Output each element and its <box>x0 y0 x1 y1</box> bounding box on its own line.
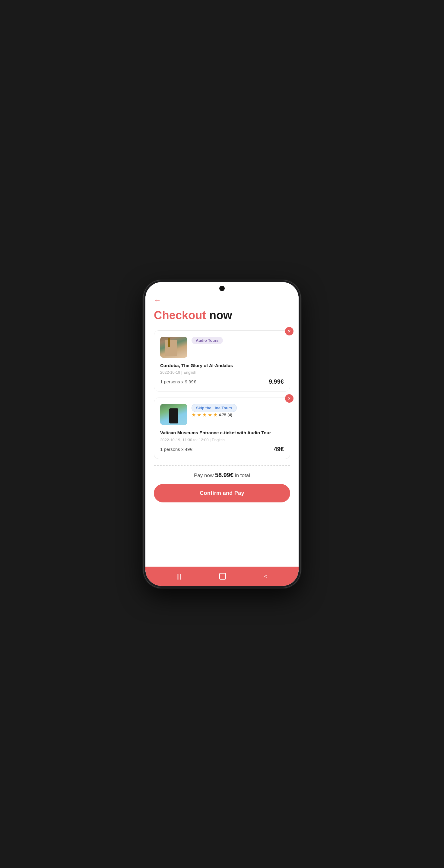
tour-thumbnail-1 <box>160 337 187 358</box>
price-total-1: 9.99€ <box>269 378 284 385</box>
card-top-2: Skip the Line Tours ★ ★ ★ ★ ★ 4.75 (4) <box>160 404 284 425</box>
cordoba-thumbnail <box>160 337 187 358</box>
star-3: ★ <box>202 412 207 418</box>
stars-row: ★ ★ ★ ★ ★ 4.75 (4) <box>191 412 284 418</box>
back-arrow-icon: ← <box>154 297 161 304</box>
camera-notch <box>219 286 225 291</box>
card-info-2: Skip the Line Tours ★ ★ ★ ★ ★ 4.75 (4) <box>191 404 284 420</box>
page-title: Checkout now <box>154 309 290 322</box>
star-2: ★ <box>197 412 201 418</box>
pay-amount: 58.99€ <box>215 472 233 478</box>
cart-item-2: × Skip the Line Tours ★ ★ ★ ★ ★ <box>154 398 290 459</box>
price-calc-2: 1 persons x 49€ <box>160 447 193 452</box>
cart-item-1: × Audio Tours Cordoba, The Glory of Al-A… <box>154 330 290 392</box>
price-row-1: 1 persons x 9.99€ 9.99€ <box>160 378 284 385</box>
star-1: ★ <box>191 412 196 418</box>
card-top-1: Audio Tours <box>160 337 284 358</box>
pay-label: Pay now <box>194 472 213 478</box>
vatican-thumbnail <box>160 404 187 425</box>
back-button[interactable]: ← <box>154 296 290 304</box>
badge-skip-line: Skip the Line Tours <box>191 404 237 412</box>
title-normal: now <box>206 309 232 321</box>
remove-icon-2: × <box>288 396 291 401</box>
rating-value: 4.75 <box>219 412 226 417</box>
phone-frame: ← Checkout now × Audio Tours <box>144 280 300 588</box>
bottom-nav: ||| < <box>145 567 299 586</box>
rating-count: (4) <box>228 412 232 417</box>
remove-item-2-button[interactable]: × <box>285 394 294 403</box>
price-calc-1: 1 persons x 9.99€ <box>160 379 196 384</box>
tour-meta-2: 2022-10-19, 11:30 to: 12:00 | English <box>160 438 284 442</box>
divider <box>154 465 290 466</box>
nav-menu-icon[interactable]: ||| <box>176 573 181 580</box>
status-bar <box>145 282 299 296</box>
remove-item-1-button[interactable]: × <box>285 327 294 336</box>
tour-meta-1: 2022-10-19 | English <box>160 370 284 375</box>
price-total-2: 49€ <box>274 446 284 453</box>
tour-thumbnail-2 <box>160 404 187 425</box>
price-row-2: 1 persons x 49€ 49€ <box>160 446 284 453</box>
tour-name-2: Vatican Museums Entrance e-ticket with A… <box>160 430 284 436</box>
card-info-1: Audio Tours <box>191 337 284 344</box>
nav-home-icon[interactable] <box>219 573 226 580</box>
confirm-pay-button[interactable]: Confirm and Pay <box>154 484 290 502</box>
pay-summary: Pay now 58.99€ in total <box>154 472 290 478</box>
nav-back-icon[interactable]: < <box>264 573 268 580</box>
badge-audio-tours: Audio Tours <box>191 337 223 344</box>
remove-icon-1: × <box>288 329 291 334</box>
star-4: ★ <box>208 412 212 418</box>
title-highlight: Checkout <box>154 309 206 321</box>
star-5: ★ <box>213 412 217 418</box>
pay-suffix: in total <box>235 472 250 478</box>
tour-name-1: Cordoba, The Glory of Al-Andalus <box>160 363 284 369</box>
screen-content: ← Checkout now × Audio Tours <box>145 296 299 567</box>
phone-screen: ← Checkout now × Audio Tours <box>145 282 299 586</box>
